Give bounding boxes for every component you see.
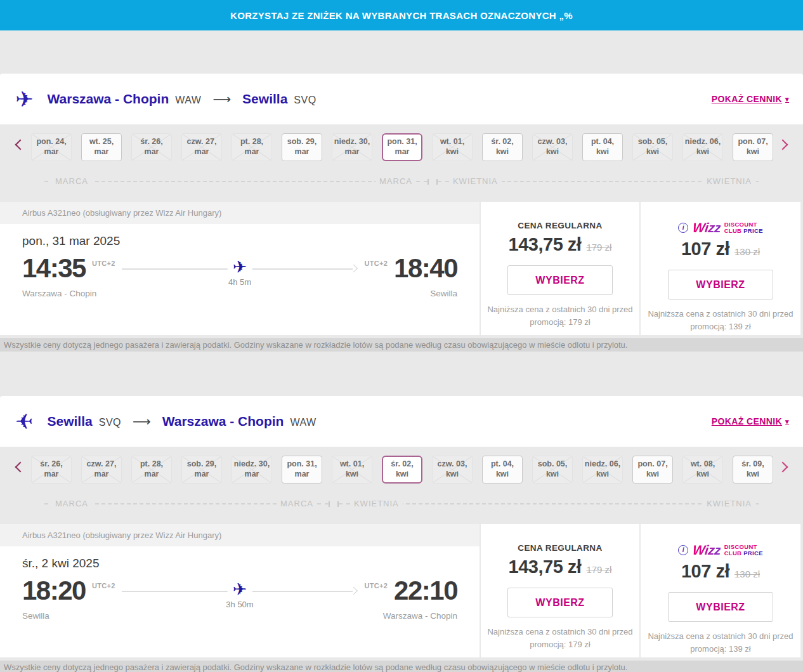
cities-row: Sewilla Warszawa - Chopin [22, 611, 457, 621]
month-label-mid-right: KWIETNIA [449, 176, 502, 187]
route-arrow-icon: ⟶ [133, 414, 151, 429]
arrival-timezone: UTC+2 [364, 582, 388, 590]
date-cell-label: sob. 29, mar [183, 459, 220, 479]
month-indicator-row: MARCA MARCA KWIETNIA KWIETNIA [0, 176, 803, 187]
show-pricing-link[interactable]: POKAŻ CENNIK ▾ [712, 416, 789, 426]
promo-banner-text: KORZYSTAJ ZE ZNIŻEK NA WYBRANYCH TRASACH… [230, 10, 573, 21]
date-cell-available[interactable]: sob. 29, mar [282, 133, 322, 161]
flight-offer-row: Airbus A321neo (obsługiwany przez Wizz A… [0, 524, 803, 657]
wizz-discount-club-logo: i Wizz DISCOUNT CLUB PRICE [678, 221, 763, 235]
date-cell-unavailable: śr. 26, mar [31, 456, 72, 484]
route-header-outbound: ✈ Warszawa - Chopin WAW ⟶ Sewilla SVQ PO… [0, 74, 803, 124]
select-regular-button[interactable]: WYBIERZ [507, 588, 613, 617]
date-cell-available[interactable]: pt. 04, kwi [582, 133, 623, 161]
date-cell-available[interactable]: wt. 25, mar [81, 133, 122, 161]
date-cell-available[interactable]: pon. 07, kwi [733, 133, 773, 161]
arrival-time: 18:40 [394, 255, 457, 282]
price-disclaimer: Wszystkie ceny dotyczą jednego pasażera … [0, 661, 803, 672]
departure-time: 18:20 [22, 577, 86, 604]
departure-timezone: UTC+2 [92, 260, 115, 267]
club-price-row: 107 zł 130 zł [681, 239, 760, 260]
date-cell-label: pon. 07, kwi [634, 459, 671, 479]
date-cell-label: czw. 03, kwi [434, 459, 471, 479]
month-label-left: MARCA [51, 499, 93, 509]
flight-path: ✈ 3h 50m [122, 577, 358, 605]
date-cell-label: pt. 04, kwi [584, 137, 621, 157]
date-cell-available[interactable]: pt. 04, kwi [482, 456, 523, 484]
date-cell-unavailable: pt. 28, mar [131, 456, 172, 484]
date-cell-selected[interactable]: pon. 31, mar [382, 133, 422, 161]
date-cell-unavailable: sob. 05, kwi [632, 133, 673, 161]
time-row: 14:35 UTC+2 ✈ 4h 5m UTC+2 18:40 [22, 254, 457, 282]
date-cell-label: śr. 26, mar [33, 459, 70, 479]
flight-body: śr., 2 kwi 2025 18:20 UTC+2 ✈ 3h 50m UTC… [0, 546, 480, 621]
date-cell-label: niedz. 30, mar [233, 459, 270, 479]
date-cell-available[interactable]: śr. 02, kwi [482, 133, 523, 161]
origin-code: SVQ [99, 417, 121, 428]
club-price: 107 zł [681, 239, 729, 260]
show-pricing-link[interactable]: POKAŻ CENNIK ▾ [712, 94, 789, 104]
flight-date: pon., 31 mar 2025 [22, 234, 457, 248]
dash [317, 503, 329, 504]
month-label-mid-left: MARCA [375, 176, 416, 187]
date-cell-label: wt. 08, kwi [684, 459, 721, 479]
date-cell-label: pon. 24, mar [33, 137, 70, 157]
flight-offer-row: Airbus A321neo (obsługiwany przez Wizz A… [0, 202, 803, 335]
info-icon[interactable]: i [678, 223, 688, 233]
flight-path-arrow-icon [350, 587, 358, 595]
plane-right-icon: ✈ [15, 88, 34, 110]
route-title: Sewilla SVQ ⟶ Warszawa - Chopin WAW [48, 414, 317, 429]
time-row: 18:20 UTC+2 ✈ 3h 50m UTC+2 22:10 [22, 577, 457, 605]
regular-price-panel: CENA REGULARNA 143,75 zł 179 zł WYBIERZ … [481, 524, 639, 657]
date-cell-label: wt. 01, kwi [434, 137, 471, 157]
outbound-flight-section: ✈ Warszawa - Chopin WAW ⟶ Sewilla SVQ PO… [0, 74, 803, 352]
date-cell-unavailable: wt. 08, kwi [682, 456, 723, 484]
destination-code: WAW [290, 417, 316, 428]
date-carousel-return: śr. 26, marczw. 27, marpt. 28, marsob. 2… [0, 447, 803, 524]
date-cell-label: śr. 02, kwi [484, 137, 521, 157]
caret-down-icon: ▾ [785, 95, 789, 103]
date-cell-unavailable: czw. 03, kwi [532, 133, 573, 161]
select-club-button[interactable]: WYBIERZ [668, 270, 773, 300]
wizz-logo: Wizz [692, 220, 722, 235]
flight-details-panel: Airbus A321neo (obsługiwany przez Wizz A… [0, 202, 480, 335]
carousel-prev-button[interactable] [15, 140, 26, 150]
month-label-right: KWIETNIA [702, 176, 756, 187]
club-old-price: 130 zł [734, 569, 760, 579]
date-cell-available[interactable]: śr. 09, kwi [733, 456, 773, 484]
aircraft-info: Airbus A321neo (obsługiwany przez Wizz A… [0, 202, 480, 224]
month-label-mid-right: KWIETNIA [350, 499, 403, 509]
club-price-panel: i Wizz DISCOUNT CLUB PRICE 107 zł 130 zł… [641, 524, 800, 657]
regular-old-price: 179 zł [586, 242, 611, 253]
regular-price-note: Najniższa cena z ostatnich 30 dni przed … [485, 626, 636, 650]
date-cell-available[interactable]: pon. 07, kwi [632, 456, 673, 484]
date-cell-label: pon. 07, kwi [734, 137, 771, 157]
select-regular-button[interactable]: WYBIERZ [507, 265, 613, 295]
month-boundary-tick [329, 501, 330, 507]
arrival-time: 22:10 [394, 577, 457, 604]
date-cell-label: pt. 28, mar [233, 137, 270, 157]
info-icon[interactable]: i [678, 545, 688, 555]
date-cell-unavailable: śr. 26, mar [131, 133, 172, 161]
date-cell-label: sob. 05, kwi [534, 459, 571, 479]
month-boundary-tick [428, 179, 429, 185]
arrival-city: Warszawa - Chopin [383, 611, 457, 621]
date-cell-label: czw. 27, mar [183, 137, 220, 157]
select-club-button[interactable]: WYBIERZ [668, 592, 773, 622]
regular-price-row: 143,75 zł 179 zł [509, 234, 612, 255]
date-cells-row: pon. 24, marwt. 25, marśr. 26, marczw. 2… [31, 133, 803, 161]
date-cell-available[interactable]: pon. 31, mar [282, 456, 322, 484]
date-cell-selected[interactable]: śr. 02, kwi [382, 456, 422, 484]
carousel-prev-button[interactable] [15, 462, 26, 473]
destination-code: SVQ [294, 95, 316, 106]
caret-down-icon: ▾ [785, 418, 789, 426]
flight-duration: 3h 50m [226, 600, 253, 609]
dash [339, 503, 350, 504]
month-label-right: KWIETNIA [702, 499, 756, 509]
date-cell-label: śr. 26, mar [133, 137, 170, 157]
plane-icon: ✈ [228, 259, 252, 276]
departure-timezone: UTC+2 [92, 582, 115, 590]
date-cell-unavailable: niedz. 30, mar [232, 456, 272, 484]
date-cell-unavailable: czw. 27, mar [81, 456, 122, 484]
regular-old-price: 179 zł [586, 564, 611, 575]
